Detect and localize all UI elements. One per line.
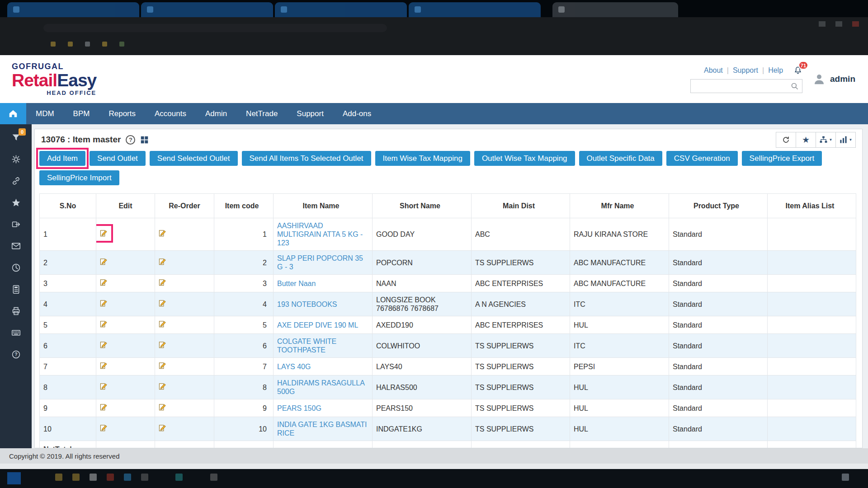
sellingprice-import-button[interactable]: SellingPrice Import bbox=[39, 170, 119, 185]
sellingprice-export-button[interactable]: SellingPrice Export bbox=[742, 151, 822, 166]
browser-tab[interactable] bbox=[275, 2, 407, 17]
help-icon[interactable]: ? bbox=[126, 135, 135, 145]
browser-tab-inactive-window[interactable] bbox=[552, 2, 678, 17]
nav-item-mdm[interactable]: MDM bbox=[26, 103, 64, 124]
edit-icon-button[interactable] bbox=[100, 383, 108, 390]
cell-reorder bbox=[155, 375, 214, 399]
nav-item-accounts[interactable]: Accounts bbox=[145, 103, 196, 124]
nav-item-nettrade[interactable]: NetTrade bbox=[236, 103, 287, 124]
csv-generation-button[interactable]: CSV Generation bbox=[666, 151, 738, 166]
gear-icon[interactable] bbox=[10, 153, 22, 165]
mail-icon[interactable] bbox=[10, 240, 22, 252]
nav-item-support[interactable]: Support bbox=[287, 103, 333, 124]
user-menu[interactable]: admin bbox=[812, 72, 855, 86]
refresh-button[interactable] bbox=[776, 132, 796, 148]
taskbar-icon[interactable] bbox=[107, 474, 114, 481]
reorder-icon-button[interactable] bbox=[159, 341, 166, 349]
column-header-short-name[interactable]: Short Name bbox=[373, 194, 472, 218]
nav-item-admin[interactable]: Admin bbox=[196, 103, 236, 124]
taskbar-icon[interactable] bbox=[72, 474, 80, 481]
app-logo[interactable]: GOFRUGAL RetailEasy HEAD OFFICE bbox=[12, 62, 96, 96]
chart-view-button[interactable]: ▼ bbox=[835, 132, 856, 148]
notification-bell-icon[interactable]: 71 bbox=[793, 66, 802, 77]
column-header-product-type[interactable]: Product Type bbox=[669, 194, 768, 218]
column-header-item-alias-list[interactable]: Item Alias List bbox=[768, 194, 856, 218]
printer-icon[interactable] bbox=[10, 305, 22, 317]
taskbar-tray-icon[interactable] bbox=[842, 474, 849, 481]
about-link[interactable]: About bbox=[704, 66, 723, 75]
add-item-button[interactable]: Add Item bbox=[39, 151, 85, 166]
clock-icon[interactable] bbox=[10, 262, 22, 273]
nav-item-add-ons[interactable]: Add-ons bbox=[333, 103, 381, 124]
taskbar-icon[interactable] bbox=[175, 474, 183, 481]
column-header-mfr-name[interactable]: Mfr Name bbox=[570, 194, 669, 218]
browser-tab[interactable] bbox=[7, 2, 139, 17]
edit-icon-button[interactable] bbox=[100, 258, 108, 266]
taskbar-icon[interactable] bbox=[55, 474, 62, 481]
reorder-icon-button[interactable] bbox=[159, 230, 166, 237]
taskbar-icon[interactable] bbox=[124, 474, 131, 481]
item-name-link[interactable]: Butter Naan bbox=[277, 280, 316, 287]
reorder-icon-button[interactable] bbox=[159, 362, 166, 370]
net-total-row: NetTotal bbox=[40, 441, 856, 449]
start-button[interactable] bbox=[7, 472, 21, 484]
send-icon[interactable] bbox=[10, 218, 22, 230]
cell-item-alias bbox=[768, 316, 856, 334]
grid-view-icon[interactable] bbox=[140, 136, 149, 144]
taskbar-icon[interactable] bbox=[141, 474, 148, 481]
edit-icon-button[interactable] bbox=[100, 362, 108, 370]
item-name-link[interactable]: INDIA GATE 1KG BASMATI RICE bbox=[277, 421, 367, 437]
taskbar-icon[interactable] bbox=[210, 474, 217, 481]
reorder-icon-button[interactable] bbox=[159, 279, 166, 286]
reorder-icon-button[interactable] bbox=[159, 383, 166, 390]
help-link[interactable]: Help bbox=[768, 66, 783, 75]
edit-icon-button[interactable] bbox=[100, 341, 108, 349]
item-name-link[interactable]: HALDIRAMS RASAGULLA 500G bbox=[277, 379, 364, 395]
edit-icon-button[interactable] bbox=[100, 300, 108, 307]
help-icon[interactable]: ? bbox=[10, 348, 22, 360]
reorder-icon-button[interactable] bbox=[159, 300, 166, 307]
browser-tab[interactable] bbox=[409, 2, 541, 17]
item-name-link[interactable]: 193 NOTEBOOKS bbox=[277, 300, 337, 308]
edit-icon-button[interactable] bbox=[100, 404, 108, 411]
outlet-specific-data-button[interactable]: Outlet Specific Data bbox=[579, 151, 662, 166]
column-header-item-code[interactable]: Item code bbox=[214, 194, 274, 218]
item-name-link[interactable]: COLGATE WHITE TOOTHPASTE bbox=[277, 338, 336, 354]
edit-icon-button[interactable] bbox=[100, 279, 108, 286]
reorder-icon-button[interactable] bbox=[159, 424, 166, 432]
column-header-main-dist[interactable]: Main Dist bbox=[472, 194, 570, 218]
outlet-wise-tax-mapping-button[interactable]: Outlet Wise Tax Mapping bbox=[474, 151, 575, 166]
taskbar-icon[interactable] bbox=[90, 474, 97, 481]
search-input[interactable] bbox=[691, 80, 791, 93]
nav-item-bpm[interactable]: BPM bbox=[64, 103, 99, 124]
keyboard-icon[interactable] bbox=[10, 327, 22, 338]
item-wise-tax-mapping-button[interactable]: Item Wise Tax Mapping bbox=[375, 151, 470, 166]
nav-item-reports[interactable]: Reports bbox=[99, 103, 145, 124]
edit-icon-button[interactable] bbox=[100, 424, 108, 432]
favorite-button[interactable]: ★ bbox=[796, 132, 816, 148]
search-icon[interactable] bbox=[791, 82, 799, 90]
hierarchy-view-button[interactable]: ▼ bbox=[816, 132, 836, 148]
browser-tab[interactable] bbox=[141, 2, 273, 17]
item-name-link[interactable]: SLAP PERI POPCORN 35 G - 3 bbox=[277, 254, 363, 271]
item-name-link[interactable]: PEARS 150G bbox=[277, 404, 321, 412]
reorder-icon-button[interactable] bbox=[159, 258, 166, 266]
item-name-link[interactable]: AXE DEEP DIVE 190 ML bbox=[277, 321, 358, 329]
edit-icon-button[interactable] bbox=[100, 320, 108, 328]
send-all-items-to-selected-outlet-button[interactable]: Send All Items To Selected Outlet bbox=[242, 151, 371, 166]
nav-home-button[interactable] bbox=[0, 103, 26, 124]
filter-icon[interactable]: 0 bbox=[10, 131, 22, 143]
reorder-icon-button[interactable] bbox=[159, 404, 166, 411]
send-outlet-button[interactable]: Send Outlet bbox=[90, 151, 146, 166]
cell-main-dist: TS SUPPLIERWS bbox=[472, 358, 570, 375]
calculator-icon[interactable] bbox=[10, 283, 22, 295]
item-name-link[interactable]: LAYS 40G bbox=[277, 363, 311, 371]
item-name-link[interactable]: AASHIRVAAD MULTIGRAIN ATTA 5 KG - 123 bbox=[277, 222, 363, 247]
reorder-icon-button[interactable] bbox=[159, 320, 166, 328]
link-icon[interactable] bbox=[10, 175, 22, 187]
column-header-item-name[interactable]: Item Name bbox=[274, 194, 373, 218]
support-link[interactable]: Support bbox=[733, 66, 758, 75]
star-icon[interactable] bbox=[10, 197, 22, 208]
edit-icon-button[interactable] bbox=[100, 230, 108, 237]
send-selected-outlet-button[interactable]: Send Selected Outlet bbox=[150, 151, 238, 166]
